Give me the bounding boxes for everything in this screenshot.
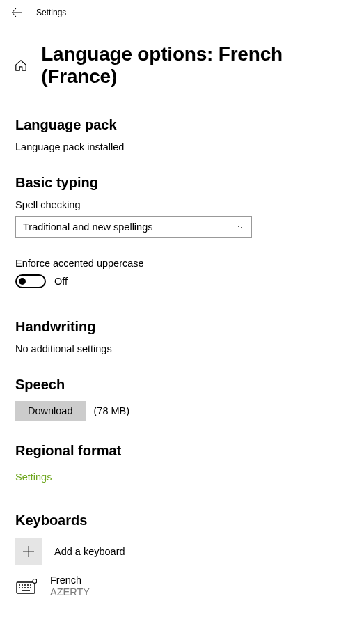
back-button[interactable] xyxy=(11,7,22,18)
keyboard-text-block: French AZERTY xyxy=(50,574,90,597)
spell-check-label: Spell checking xyxy=(15,199,349,210)
home-icon xyxy=(15,59,27,72)
section-basic-typing: Basic typing xyxy=(15,175,349,191)
top-bar: Settings xyxy=(0,0,364,24)
regional-format-settings-link[interactable]: Settings xyxy=(15,471,52,483)
keyboard-name: French xyxy=(50,574,90,586)
add-keyboard-icon-box xyxy=(15,538,42,565)
svg-point-1 xyxy=(33,579,37,583)
section-language-pack: Language pack xyxy=(15,117,349,133)
spell-check-value: Traditional and new spellings xyxy=(23,221,152,233)
handwriting-text: No additional settings xyxy=(15,343,349,354)
spell-check-dropdown[interactable]: Traditional and new spellings xyxy=(15,216,252,238)
toggle-knob xyxy=(19,278,26,285)
home-button[interactable] xyxy=(14,58,27,72)
section-regional-format: Regional format xyxy=(15,443,349,459)
keyboard-icon xyxy=(16,579,37,594)
enforce-accented-toggle[interactable] xyxy=(15,274,46,288)
keyboard-layout: AZERTY xyxy=(50,586,90,597)
speech-download-button[interactable]: Download xyxy=(15,401,86,421)
enforce-toggle-row: Off xyxy=(15,274,349,288)
title-row: Language options: French (France) xyxy=(0,24,364,95)
language-pack-status: Language pack installed xyxy=(15,141,349,152)
speech-download-size: (78 MB) xyxy=(94,405,130,416)
enforce-toggle-state: Off xyxy=(54,276,68,287)
section-speech: Speech xyxy=(15,377,349,393)
add-keyboard-label: Add a keyboard xyxy=(54,546,125,557)
section-handwriting: Handwriting xyxy=(15,319,349,335)
keyboard-icon-box xyxy=(15,575,38,597)
keyboard-item-french[interactable]: French AZERTY xyxy=(15,574,349,597)
enforce-accented-label: Enforce accented uppercase xyxy=(15,258,349,269)
content: Language pack Language pack installed Ba… xyxy=(0,117,364,597)
plus-icon xyxy=(22,545,35,558)
section-keyboards: Keyboards xyxy=(15,512,349,529)
top-bar-label: Settings xyxy=(36,8,66,17)
page-title: Language options: French (France) xyxy=(41,43,350,88)
back-arrow-icon xyxy=(11,7,22,18)
add-keyboard-button[interactable]: Add a keyboard xyxy=(15,538,349,565)
chevron-down-icon xyxy=(236,223,244,231)
speech-download-row: Download (78 MB) xyxy=(15,401,349,421)
